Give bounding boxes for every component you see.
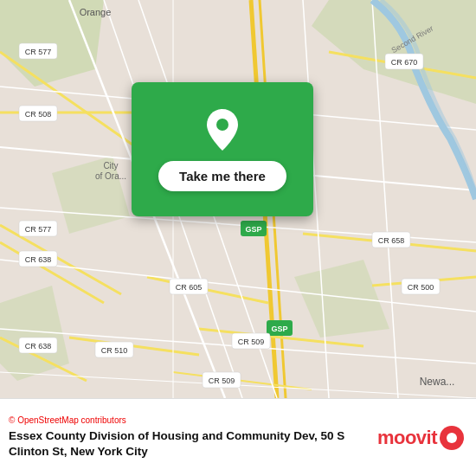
moovit-logo: moovit: [377, 426, 464, 450]
svg-text:GSP: GSP: [245, 225, 261, 234]
svg-text:CR 509: CR 509: [209, 376, 235, 385]
svg-text:CR 605: CR 605: [176, 283, 203, 292]
svg-text:CR 577: CR 577: [25, 48, 52, 56]
info-text-block: © OpenStreetMap contributors Essex Count…: [9, 415, 369, 460]
svg-text:CR 510: CR 510: [101, 346, 128, 355]
osm-text: OpenStreetMap contributors: [17, 415, 126, 425]
moovit-brand-text: moovit: [377, 427, 437, 449]
location-pin-icon: [203, 107, 241, 152]
svg-text:City: City: [103, 161, 118, 170]
address-text: Essex County Division of Housing and Com…: [9, 428, 369, 460]
svg-text:CR 638: CR 638: [25, 255, 52, 264]
svg-text:Orange: Orange: [80, 7, 112, 17]
moovit-dot-inner: [447, 433, 457, 443]
svg-text:CR 509: CR 509: [238, 338, 265, 346]
map-view: CR 577 CR 508 CR 577 CR 638 CR 638 CR 51…: [0, 0, 476, 398]
svg-text:CR 658: CR 658: [378, 236, 405, 245]
svg-point-66: [216, 119, 228, 131]
take-me-there-button[interactable]: Take me there: [158, 161, 286, 191]
location-card: Take me there: [132, 82, 313, 216]
svg-text:GSP: GSP: [271, 325, 287, 333]
svg-text:CR 508: CR 508: [25, 110, 52, 119]
svg-text:CR 638: CR 638: [25, 342, 52, 351]
moovit-dot-icon: [440, 426, 464, 450]
osm-credit: © OpenStreetMap contributors: [9, 415, 369, 425]
svg-text:CR 500: CR 500: [408, 283, 434, 292]
svg-text:of Ora...: of Ora...: [95, 171, 126, 181]
svg-text:CR 577: CR 577: [25, 225, 52, 234]
info-bar: © OpenStreetMap contributors Essex Count…: [0, 398, 476, 476]
svg-text:CR 670: CR 670: [391, 58, 418, 67]
copyright-symbol: ©: [9, 415, 15, 425]
svg-text:Newa...: Newa...: [420, 376, 455, 388]
